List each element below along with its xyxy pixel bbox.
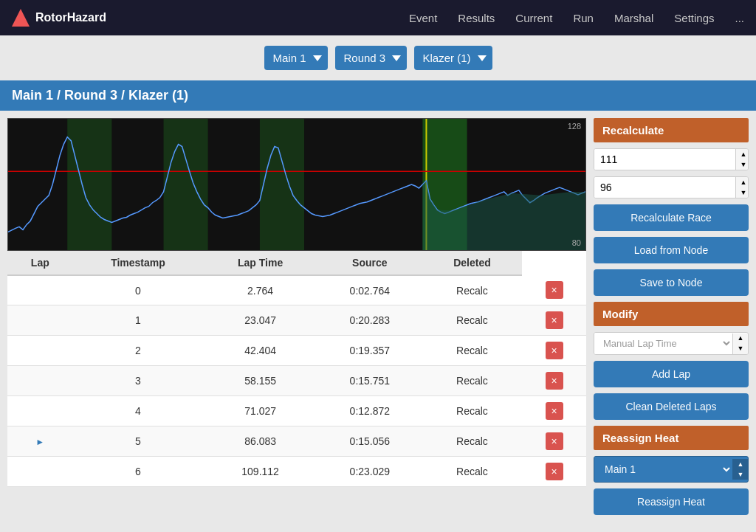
selector-row: Main 1 Round 3 Klazer (1) bbox=[0, 35, 756, 80]
lap-source: Recalc bbox=[422, 457, 522, 487]
current-lap-icon: ► bbox=[35, 437, 44, 447]
nav-current[interactable]: Current bbox=[515, 12, 552, 24]
col-timestamp: Timestamp bbox=[73, 251, 204, 275]
reassign-spin-up[interactable]: ▲ bbox=[733, 459, 748, 469]
modify-select-row: Manual Lap Time ▲ ▼ bbox=[594, 332, 749, 355]
reassign-spin-btns: ▲ ▼ bbox=[732, 459, 748, 480]
lap-source: Recalc bbox=[422, 366, 522, 396]
input2-row: ▲ ▼ bbox=[594, 176, 749, 198]
chart-container: 128 80 bbox=[7, 118, 586, 251]
col-deleted: Deleted bbox=[422, 251, 522, 275]
lap-source: Recalc bbox=[422, 336, 522, 366]
nav-marshal[interactable]: Marshal bbox=[614, 12, 653, 24]
spin-btns-1: ▲ ▼ bbox=[735, 149, 749, 170]
recalculate-race-button[interactable]: Recalculate Race bbox=[594, 204, 749, 231]
delete-lap-button[interactable]: × bbox=[546, 342, 563, 359]
round-selector[interactable]: Round 3 bbox=[335, 46, 407, 70]
add-lap-button[interactable]: Add Lap bbox=[594, 361, 749, 387]
lap-indicator: ► bbox=[7, 426, 73, 457]
lap-timestamp: 2.764 bbox=[203, 275, 317, 305]
content-row: 128 80 bbox=[0, 111, 756, 532]
nav-run[interactable]: Run bbox=[573, 12, 594, 24]
lap-time: 0:15.056 bbox=[317, 426, 422, 457]
col-laptime: Lap Time bbox=[203, 251, 317, 275]
lap-number: 4 bbox=[73, 396, 204, 426]
reassign-spin-down[interactable]: ▼ bbox=[733, 469, 748, 480]
table-row: 358.1550:15.751Recalc× bbox=[7, 366, 586, 396]
chart-label-bottom: 80 bbox=[572, 238, 581, 247]
nav-more[interactable]: ... bbox=[735, 12, 744, 24]
lap-time: 0:15.751 bbox=[317, 366, 422, 396]
modify-spin-up[interactable]: ▲ bbox=[733, 334, 748, 344]
lap-time: 0:12.872 bbox=[317, 396, 422, 426]
pilot-selector[interactable]: Klazer (1) bbox=[414, 46, 492, 70]
col-lap: Lap bbox=[7, 251, 73, 275]
nav-settings[interactable]: Settings bbox=[674, 12, 714, 24]
lap-number: 3 bbox=[73, 366, 204, 396]
delete-lap-button[interactable]: × bbox=[546, 402, 563, 420]
delete-lap-button[interactable]: × bbox=[546, 432, 563, 450]
breadcrumb: Main 1 / Round 3 / Klazer (1) bbox=[0, 80, 756, 111]
reassign-heat-button[interactable]: Reassign Heat bbox=[594, 488, 749, 515]
lap-number: 2 bbox=[73, 336, 204, 366]
lap-delete-cell: × bbox=[522, 457, 586, 487]
chart-label-top: 128 bbox=[568, 122, 581, 131]
table-row: 471.0270:12.872Recalc× bbox=[7, 396, 586, 426]
nav-event[interactable]: Event bbox=[409, 12, 437, 24]
spin-up-2[interactable]: ▲ bbox=[736, 177, 749, 187]
table-row: 123.0470:20.283Recalc× bbox=[7, 305, 586, 336]
lap-indicator bbox=[7, 366, 73, 396]
svg-rect-1 bbox=[67, 119, 111, 250]
lap-delete-cell: × bbox=[522, 396, 586, 426]
lap-timestamp: 42.404 bbox=[203, 336, 317, 366]
manual-laptime-select[interactable]: Manual Lap Time bbox=[594, 333, 732, 354]
recalc-input1[interactable] bbox=[594, 149, 735, 170]
lap-number: 6 bbox=[73, 457, 204, 487]
left-panel: 128 80 bbox=[7, 118, 586, 525]
navbar: RotorHazard Event Results Current Run Ma… bbox=[0, 0, 756, 35]
load-from-node-button[interactable]: Load from Node bbox=[594, 237, 749, 263]
table-row: 02.7640:02.764Recalc× bbox=[7, 275, 586, 305]
input1-row: ▲ ▼ bbox=[594, 148, 749, 170]
lap-delete-cell: × bbox=[522, 336, 586, 366]
lap-timestamp: 58.155 bbox=[203, 366, 317, 396]
lap-number: 5 bbox=[73, 426, 204, 457]
spin-down-2[interactable]: ▼ bbox=[736, 187, 749, 198]
chart-svg bbox=[8, 119, 585, 250]
nav-results[interactable]: Results bbox=[458, 12, 495, 24]
delete-lap-button[interactable]: × bbox=[546, 372, 563, 390]
save-to-node-button[interactable]: Save to Node bbox=[594, 269, 749, 296]
brand-label: RotorHazard bbox=[35, 11, 106, 24]
spin-up-1[interactable]: ▲ bbox=[736, 149, 749, 159]
lap-timestamp: 86.083 bbox=[203, 426, 317, 457]
lap-delete-cell: × bbox=[522, 366, 586, 396]
lap-indicator bbox=[7, 305, 73, 336]
brand: RotorHazard bbox=[12, 9, 106, 27]
modify-spin-down[interactable]: ▼ bbox=[733, 344, 748, 354]
table-row: 242.4040:19.357Recalc× bbox=[7, 336, 586, 366]
reassign-heat-select[interactable]: Main 1 bbox=[594, 457, 732, 482]
lap-number: 0 bbox=[73, 275, 204, 305]
lap-table: Lap Timestamp Lap Time Source Deleted 02… bbox=[7, 251, 586, 487]
lap-time: 0:20.283 bbox=[317, 305, 422, 336]
delete-lap-button[interactable]: × bbox=[546, 311, 563, 329]
lap-source: Recalc bbox=[422, 275, 522, 305]
svg-rect-3 bbox=[260, 119, 304, 250]
clean-deleted-laps-button[interactable]: Clean Deleted Laps bbox=[594, 393, 749, 420]
recalc-input2[interactable] bbox=[594, 177, 735, 198]
spin-down-1[interactable]: ▼ bbox=[736, 159, 749, 170]
lap-indicator bbox=[7, 336, 73, 366]
lap-source: Recalc bbox=[422, 305, 522, 336]
heat-selector[interactable]: Main 1 bbox=[264, 46, 328, 70]
lap-time: 0:23.029 bbox=[317, 457, 422, 487]
lap-source: Recalc bbox=[422, 396, 522, 426]
lap-time: 0:02.764 bbox=[317, 275, 422, 305]
lap-delete-cell: × bbox=[522, 275, 586, 305]
right-panel: Recalculate ▲ ▼ ▲ ▼ Recalculate Race Loa… bbox=[594, 118, 749, 525]
delete-lap-button[interactable]: × bbox=[546, 463, 563, 480]
delete-lap-button[interactable]: × bbox=[546, 281, 563, 299]
lap-timestamp: 71.027 bbox=[203, 396, 317, 426]
logo-icon bbox=[12, 9, 30, 27]
reassign-select-row: Main 1 ▲ ▼ bbox=[594, 456, 749, 483]
lap-timestamp: 109.112 bbox=[203, 457, 317, 487]
